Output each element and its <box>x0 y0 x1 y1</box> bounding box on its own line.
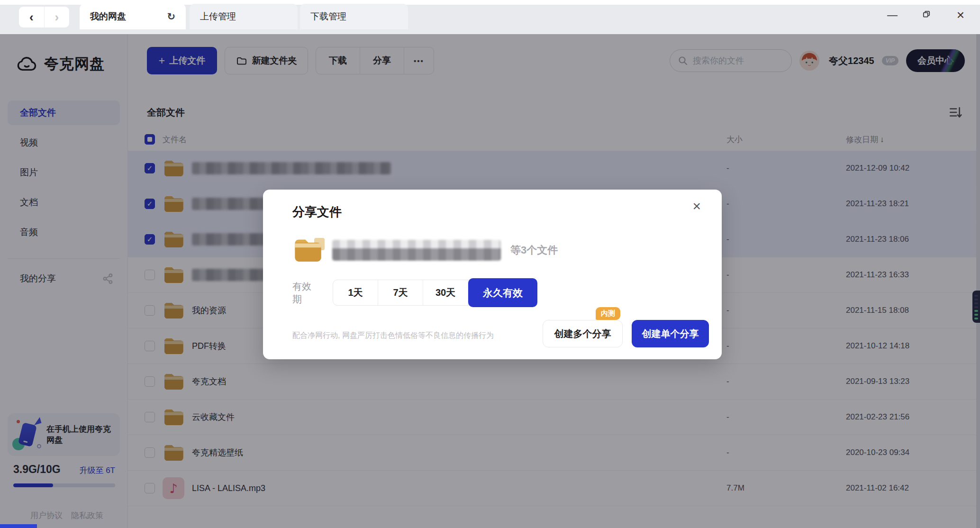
validity-option[interactable]: 7天 <box>378 280 423 305</box>
window-controls: — × <box>886 5 967 26</box>
share-dialog: 分享文件 × 等3个文件 有效期 1天7天30天永久有效 配合净网行动, 网盘严… <box>263 190 722 359</box>
validity-row: 有效期 1天7天30天永久有效 <box>292 280 537 306</box>
dialog-file-summary: 等3个文件 <box>292 235 558 265</box>
minimize-button[interactable]: — <box>886 5 898 26</box>
window-titlebar: ‹ › 我的网盘 ↻ 上传管理 下载管理 — × <box>0 0 980 34</box>
validity-option[interactable]: 30天 <box>423 280 468 305</box>
history-nav: ‹ › <box>19 7 69 27</box>
create-single-share-button[interactable]: 创建单个分享 <box>632 320 709 347</box>
validity-options: 1天7天30天永久有效 <box>333 280 537 306</box>
beta-badge: 内测 <box>596 307 620 320</box>
validity-option[interactable]: 1天 <box>333 280 378 305</box>
file-count-label: 等3个文件 <box>510 243 558 257</box>
tab-download-manager[interactable]: 下载管理 <box>300 4 408 29</box>
refresh-icon[interactable]: ↻ <box>167 11 175 22</box>
redacted-file-name <box>332 240 501 261</box>
tab-upload-manager[interactable]: 上传管理 <box>190 4 298 29</box>
validity-label: 有效期 <box>292 280 320 306</box>
validity-option[interactable]: 永久有效 <box>468 278 537 307</box>
back-button[interactable]: ‹ <box>19 7 44 27</box>
folder-icon <box>292 235 323 265</box>
restore-icon <box>922 10 931 18</box>
restore-button[interactable] <box>920 5 933 26</box>
dialog-title: 分享文件 <box>292 204 342 220</box>
tab-label: 我的网盘 <box>90 10 126 23</box>
create-multi-share-button[interactable]: 创建多个分享 <box>543 320 623 347</box>
bottom-edge-accent <box>0 524 37 528</box>
close-button[interactable]: × <box>954 5 967 26</box>
tab-my-drive[interactable]: 我的网盘 ↻ <box>80 4 186 29</box>
dialog-disclaimer: 配合净网行动, 网盘严厉打击色情低俗等不良信息的传播行为 <box>292 331 494 341</box>
tab-label: 上传管理 <box>200 10 236 23</box>
forward-button[interactable]: › <box>45 7 70 27</box>
tab-label: 下载管理 <box>310 10 346 23</box>
dialog-close-button[interactable]: × <box>692 199 701 213</box>
